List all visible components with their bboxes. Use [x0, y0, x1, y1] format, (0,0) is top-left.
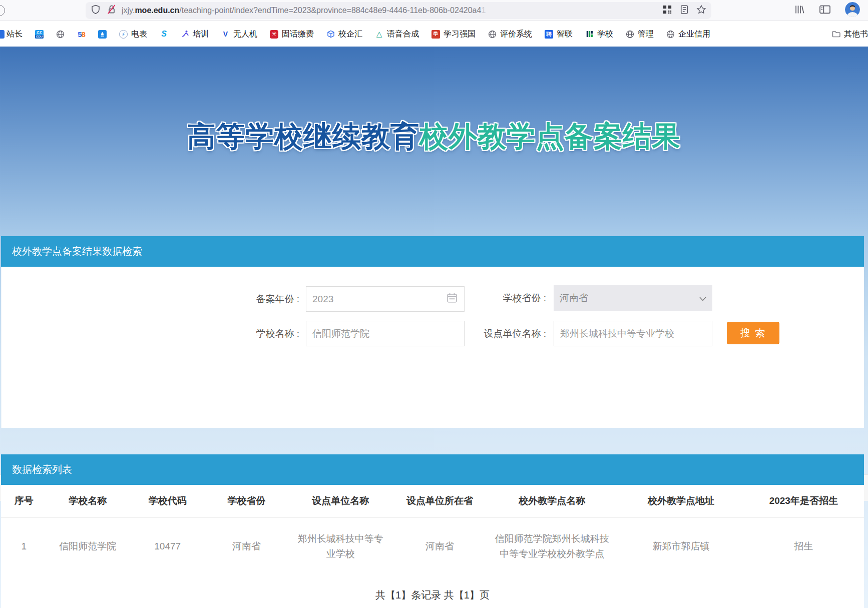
58-favicon-icon: 58 — [77, 30, 86, 39]
col-enrolling-2023: 2023年是否招生 — [743, 485, 864, 517]
cell-school-code: 10477 — [129, 517, 206, 575]
qr-code-icon[interactable] — [662, 5, 672, 17]
s-favicon-icon: S — [160, 30, 168, 39]
province-select[interactable]: 河南省 — [554, 285, 712, 311]
bookmark-wurenji[interactable]: V 无人机 — [221, 29, 257, 40]
province-value: 河南省 — [560, 292, 588, 305]
col-school-name: 学校名称 — [47, 485, 129, 517]
globe-icon — [488, 30, 497, 39]
cell-school-province: 河南省 — [206, 517, 286, 575]
cube-favicon-icon — [326, 30, 335, 39]
results-table: 序号 学校名称 学校代码 学校省份 设点单位名称 设点单位所在省 校外教学点名称… — [1, 485, 864, 575]
bookmark-s-logo[interactable]: S — [160, 30, 168, 39]
zhilian-favicon-icon: 聘 — [545, 30, 553, 39]
school-name-value: 信阳师范学院 — [312, 327, 369, 340]
globe-icon — [666, 30, 675, 39]
xuexi-favicon-icon: 学 — [431, 30, 440, 39]
drone-favicon-icon: V — [221, 30, 230, 39]
col-unit-name: 设点单位名称 — [287, 485, 395, 517]
col-seq: 序号 — [1, 485, 47, 517]
cell-enrolling-2023: 招生 — [743, 517, 864, 575]
cell-school-name: 信阳师范学院 — [47, 517, 129, 575]
banner: 高等学校继续教育校外教学点备案结果 — [0, 47, 868, 236]
school-name-label: 学校名称 : — [192, 327, 299, 340]
url-text[interactable]: jxjy.moe.edu.cn/teaching-point/index?end… — [122, 6, 655, 15]
bookmark-globe-1[interactable] — [56, 30, 65, 39]
cell-seq: 1 — [1, 517, 47, 575]
search-panel-header: 校外教学点备案结果数据检索 — [1, 236, 864, 267]
bookmark-peixun[interactable]: 培训 — [181, 29, 209, 40]
page-background: 高等学校继续教育校外教学点备案结果 校外教学点备案结果数据检索 备案年份 : 2… — [0, 47, 868, 608]
bookmark-guanli[interactable]: 管理 — [626, 29, 654, 40]
search-panel: 校外教学点备案结果数据检索 备案年份 : 2023 学校省份 : 河南省 学校名… — [1, 236, 864, 474]
bookmark-other-folder[interactable]: 其他书 — [832, 29, 868, 40]
globe-icon — [56, 30, 65, 39]
bookmark-guhua[interactable]: ✳ 固话缴费 — [270, 29, 314, 40]
url-subdomain: jxjy. — [122, 6, 135, 15]
results-panel: 数据检索列表 序号 学校名称 学校代码 学校省份 设点单位名称 设点单位所在省 … — [1, 454, 864, 608]
profile-avatar[interactable] — [845, 2, 860, 19]
table-header-row: 序号 学校名称 学校代码 学校省份 设点单位名称 设点单位所在省 校外教学点名称… — [1, 485, 864, 517]
bookmark-xiaoqihui[interactable]: 校企汇 — [326, 29, 362, 40]
cell-unit-province: 河南省 — [394, 517, 485, 575]
browser-toolbar: jxjy.moe.edu.cn/teaching-point/index?end… — [0, 0, 868, 21]
page-title-part2: 校外教学点备案结果 — [419, 120, 681, 152]
url-domain: moe.edu.cn — [135, 6, 179, 15]
chevron-down-icon — [699, 293, 706, 304]
bookmark-58[interactable]: 58 — [77, 30, 86, 39]
bookmark-zhilian[interactable]: 聘 智联 — [545, 29, 573, 40]
bookmark-star-icon[interactable] — [696, 5, 706, 17]
bookmarks-bar: 站长 ZZEDU 58 ⚡ 电表 S 培训 V 无人机 ✳ 固话缴费 — [0, 22, 868, 47]
col-school-code: 学校代码 — [129, 485, 206, 517]
table-row: 1 信阳师范学院 10477 河南省 郑州长城科技中等专业学校 河南省 信阳师范… — [1, 517, 864, 575]
cell-teaching-point-address: 新郑市郭店镇 — [619, 517, 743, 575]
url-path: /teaching-point/index?endTime=2023&provi… — [179, 6, 481, 15]
bookmark-zzedu[interactable]: ZZEDU — [35, 30, 44, 39]
search-form: 备案年份 : 2023 学校省份 : 河南省 学校名称 : 信阳师范学院 设点单… — [1, 267, 864, 428]
partial-toolbar-icon — [0, 5, 5, 16]
triangle-favicon-icon: △ — [375, 30, 383, 39]
url-faded-tail: 1 — [481, 6, 486, 15]
unit-name-label: 设点单位名称 : — [424, 327, 546, 340]
bookmark-zhanzhang[interactable]: 站长 — [0, 29, 23, 40]
search-button[interactable]: 搜 索 — [727, 322, 779, 344]
folder-icon — [832, 30, 840, 39]
col-teaching-point-name: 校外教学点名称 — [485, 485, 619, 517]
bookmark-yuyin[interactable]: △ 语音合成 — [375, 29, 419, 40]
year-label: 备案年份 : — [192, 293, 299, 306]
runner-favicon-icon — [181, 30, 189, 39]
year-value: 2023 — [312, 294, 333, 305]
col-school-province: 学校省份 — [206, 485, 286, 517]
col-teaching-point-address: 校外教学点地址 — [619, 485, 743, 517]
page-title: 高等学校继续教育校外教学点备案结果 — [0, 118, 868, 156]
col-unit-province: 设点单位所在省 — [394, 485, 485, 517]
shield-icon[interactable] — [91, 5, 101, 17]
province-label: 学校省份 : — [437, 292, 546, 305]
unit-name-input[interactable]: 郑州长城科技中等专业学校 — [554, 321, 712, 346]
meter-favicon-icon: ⚡ — [119, 30, 128, 39]
telecom-favicon-icon: ✳ — [270, 30, 278, 39]
bookmark-xuexiao[interactable]: 学校 — [585, 29, 613, 40]
bookmark-qiyexinyong[interactable]: 企业信用 — [666, 29, 710, 40]
sail-favicon-icon — [98, 30, 107, 39]
partial-favicon-icon — [0, 30, 5, 39]
school-favicon-icon — [585, 30, 594, 39]
url-bar[interactable]: jxjy.moe.edu.cn/teaching-point/index?end… — [86, 2, 711, 19]
bookmark-dianbiao[interactable]: ⚡ 电表 — [119, 29, 147, 40]
sidebar-toggle-icon[interactable] — [819, 4, 831, 17]
unit-name-value: 郑州长城科技中等专业学校 — [560, 327, 674, 340]
library-icon[interactable] — [794, 4, 805, 17]
reader-mode-icon[interactable] — [679, 5, 689, 17]
insecure-lock-icon[interactable] — [107, 5, 117, 17]
bookmark-pingjia[interactable]: 评价系统 — [488, 29, 532, 40]
page-title-part1: 高等学校继续教育 — [187, 120, 419, 152]
cell-unit-name: 郑州长城科技中等专业学校 — [287, 517, 395, 575]
results-table-wrap: 序号 学校名称 学校代码 学校省份 设点单位名称 设点单位所在省 校外教学点名称… — [1, 485, 864, 608]
bookmark-xuexiqiangguo[interactable]: 学 学习强国 — [431, 29, 476, 40]
cell-teaching-point-name: 信阳师范学院郑州长城科技中等专业学校校外教学点 — [485, 517, 619, 575]
globe-icon — [626, 30, 634, 39]
results-panel-header: 数据检索列表 — [1, 454, 864, 485]
zzedu-favicon-icon: ZZEDU — [35, 30, 44, 39]
record-count: 共【1】条记录 共【1】页 — [1, 575, 864, 607]
bookmark-sail[interactable] — [98, 30, 107, 39]
